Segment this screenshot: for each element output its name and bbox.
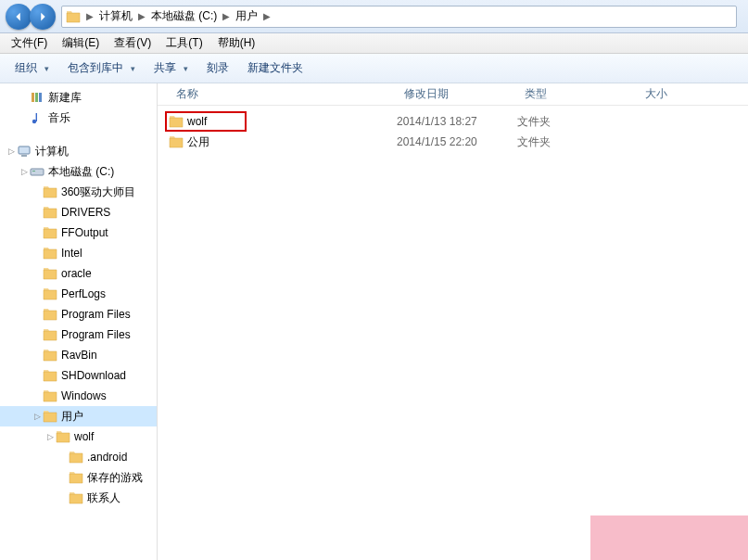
folder-icon	[43, 246, 57, 261]
file-type: 文件夹	[517, 134, 638, 150]
tree-item-label: 新建库	[48, 90, 82, 106]
column-type[interactable]: 类型	[517, 83, 638, 105]
tree-item-label: PerfLogs	[61, 287, 106, 300]
tree-item[interactable]: ▷计算机	[0, 141, 157, 161]
tree-item[interactable]: PerfLogs	[0, 284, 157, 304]
titlebar-nav: ▶ 计算机 ▶ 本地磁盘 (C:) ▶ 用户 ▶	[0, 0, 748, 33]
file-date: 2014/1/15 22:20	[397, 135, 517, 148]
tree-item[interactable]: DRIVERS	[0, 202, 157, 223]
folder-contact-icon	[69, 490, 83, 505]
include-library-button[interactable]: 包含到库中	[60, 57, 143, 80]
expander-icon[interactable]: ▷	[6, 146, 17, 156]
breadcrumb-drive-c[interactable]: 本地磁盘 (C:)	[147, 6, 221, 27]
folder-icon	[43, 286, 57, 301]
new-folder-button[interactable]: 新建文件夹	[240, 57, 311, 80]
tree-item[interactable]: Intel	[0, 243, 157, 263]
tree-item[interactable]: ▷本地磁盘 (C:)	[0, 161, 157, 182]
tree-item-label: FFOutput	[61, 226, 108, 239]
forward-button[interactable]	[30, 4, 56, 30]
tree-item-label: 360驱动大师目	[61, 185, 135, 200]
chevron-right-icon[interactable]: ▶	[136, 11, 147, 21]
tree-item-label: 保存的游戏	[87, 470, 143, 486]
tree-item-label: DRIVERS	[61, 206, 110, 219]
folder-icon	[43, 307, 57, 322]
tree-item[interactable]: oracle	[0, 263, 157, 284]
file-date: 2014/1/13 18:27	[397, 115, 517, 128]
file-row[interactable]: wolf2014/1/13 18:27文件夹	[158, 111, 748, 132]
music-icon	[30, 110, 44, 125]
tree-item[interactable]: .android	[0, 447, 157, 467]
tree-item-label: 本地磁盘 (C:)	[48, 164, 114, 180]
tree-item-label: SHDownload	[61, 369, 126, 382]
folder-icon	[69, 450, 83, 465]
tree-item[interactable]: Windows	[0, 386, 157, 406]
tree-item-label: Program Files	[61, 308, 131, 321]
menu-help[interactable]: 帮助(H)	[210, 33, 263, 53]
computer-icon	[17, 144, 32, 159]
menu-edit[interactable]: 编辑(E)	[55, 33, 107, 53]
folder-icon	[43, 205, 57, 220]
folder-game-icon	[69, 470, 83, 485]
tree-item[interactable]: 360驱动大师目	[0, 182, 157, 202]
navigation-pane[interactable]: 新建库音乐▷计算机▷本地磁盘 (C:)360驱动大师目DRIVERSFFOutp…	[0, 83, 158, 560]
chevron-right-icon[interactable]: ▶	[221, 11, 232, 21]
lib-icon	[30, 90, 44, 105]
folder-icon	[43, 409, 57, 424]
folder-icon	[66, 9, 81, 24]
folder-icon	[169, 134, 184, 149]
tree-item[interactable]: 联系人	[0, 488, 157, 508]
tree-item-label: 音乐	[48, 110, 70, 126]
tree-item-label: 用户	[61, 409, 83, 425]
tree-item-label: oracle	[61, 267, 92, 280]
file-row[interactable]: 公用2014/1/15 22:20文件夹	[158, 132, 748, 152]
folder-icon	[43, 388, 57, 403]
tree-item[interactable]: 保存的游戏	[0, 467, 157, 488]
tree-item-label: Windows	[61, 389, 107, 402]
chevron-right-icon[interactable]: ▶	[84, 11, 95, 21]
file-name: wolf	[187, 115, 207, 128]
tree-item-label: 联系人	[87, 490, 120, 506]
watermark-block	[590, 515, 748, 560]
tree-item[interactable]: 音乐	[0, 108, 157, 128]
expander-icon[interactable]: ▷	[19, 167, 30, 176]
folder-icon	[43, 348, 57, 363]
tree-item[interactable]: ▷wolf	[0, 426, 157, 447]
file-type: 文件夹	[517, 114, 638, 130]
breadcrumb-computer[interactable]: 计算机	[95, 6, 136, 27]
tree-item[interactable]: RavBin	[0, 345, 157, 365]
tree-item[interactable]: ▷用户	[0, 406, 157, 426]
column-headers: 名称 修改日期 类型 大小	[158, 83, 748, 106]
chevron-right-icon[interactable]: ▶	[261, 11, 273, 21]
tree-item-label: .android	[87, 451, 127, 464]
menu-view[interactable]: 查看(V)	[107, 33, 158, 53]
tree-item[interactable]: SHDownload	[0, 365, 157, 386]
organize-button[interactable]: 组织	[7, 57, 57, 80]
menu-file[interactable]: 文件(F)	[4, 33, 55, 53]
column-name[interactable]: 名称	[158, 83, 397, 105]
file-list-pane: 名称 修改日期 类型 大小 wolf2014/1/13 18:27文件夹公用20…	[158, 83, 748, 560]
folder-icon	[43, 368, 57, 383]
folder-icon	[43, 266, 57, 281]
address-bar[interactable]: ▶ 计算机 ▶ 本地磁盘 (C:) ▶ 用户 ▶	[61, 6, 737, 28]
drive-icon	[30, 164, 44, 179]
tree-item-label: 计算机	[35, 144, 69, 159]
burn-button[interactable]: 刻录	[199, 57, 236, 80]
column-size[interactable]: 大小	[638, 83, 712, 105]
expander-icon[interactable]: ▷	[44, 432, 56, 441]
file-name: 公用	[187, 134, 209, 150]
tree-item-label: Intel	[61, 247, 82, 260]
folder-icon	[43, 327, 57, 342]
share-button[interactable]: 共享	[146, 57, 196, 80]
tree-item[interactable]: FFOutput	[0, 223, 157, 243]
tree-item-label: RavBin	[61, 349, 97, 362]
tree-item[interactable]: Program Files	[0, 325, 157, 345]
menu-tools[interactable]: 工具(T)	[158, 33, 209, 53]
expander-icon[interactable]: ▷	[32, 412, 43, 421]
breadcrumb-users[interactable]: 用户	[232, 6, 261, 27]
tree-item[interactable]: Program Files	[0, 304, 157, 325]
folder-lock-icon	[56, 429, 70, 444]
tree-item[interactable]: 新建库	[0, 87, 157, 108]
back-button[interactable]	[6, 4, 32, 30]
menu-bar: 文件(F) 编辑(E) 查看(V) 工具(T) 帮助(H)	[0, 33, 748, 54]
column-date[interactable]: 修改日期	[397, 83, 517, 105]
